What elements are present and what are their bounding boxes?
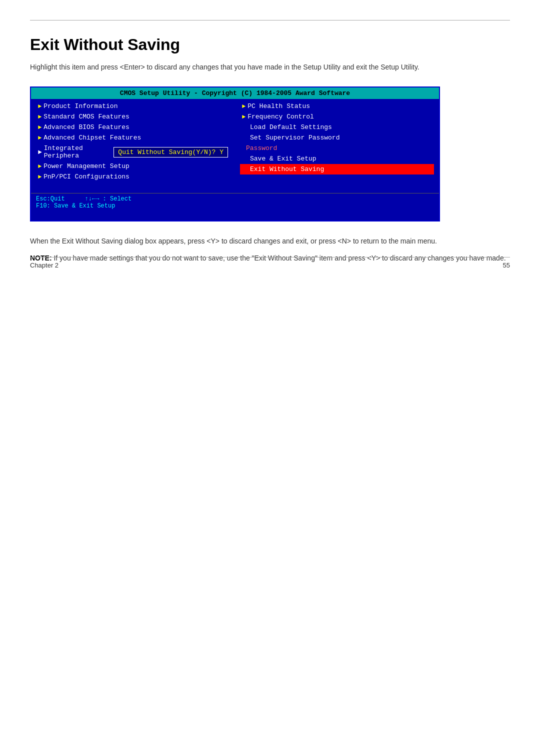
overlay-password-label: Password — [246, 144, 277, 152]
bios-screen: CMOS Setup Utility - Copyright (C) 1984-… — [30, 86, 440, 222]
bios-item-set-supervisor-pwd[interactable]: Set Supervisor Password — [240, 132, 434, 143]
page-footer: Chapter 2 55 — [30, 257, 510, 269]
footer-page-number: 55 — [503, 262, 510, 269]
overlay-left: ► Integrated Periphera — [38, 144, 112, 160]
arrow-icon: ► — [38, 163, 42, 170]
bios-item-pc-health[interactable]: ► PC Health Status — [240, 101, 434, 112]
body-text: When the Exit Without Saving dialog box … — [30, 236, 510, 246]
arrow-icon: ► — [242, 103, 246, 110]
bios-right-col: ► PC Health Status ► Frequency Control L… — [235, 99, 439, 184]
footer-f10: F10: Save & Exit Setup — [36, 202, 115, 210]
bios-item-advanced-chipset[interactable]: ► Advanced Chipset Features — [36, 132, 230, 143]
bios-item-standard-cmos[interactable]: ► Standard CMOS Features — [36, 112, 230, 122]
bios-item-exit-without-saving[interactable]: Exit Without Saving — [240, 164, 434, 174]
arrow-icon: ► — [38, 174, 42, 180]
bios-empty-row — [31, 184, 439, 193]
page-title: Exit Without Saving — [30, 36, 510, 54]
bios-footer-line1: Esc:Quit ↑↓←→ : Select — [36, 196, 434, 202]
top-divider — [30, 20, 510, 20]
bios-footer-line2: F10: Save & Exit Setup — [36, 202, 434, 210]
arrow-icon: ► — [38, 114, 42, 120]
bios-title-bar: CMOS Setup Utility - Copyright (C) 1984-… — [31, 88, 439, 99]
bios-body: ► Product Information ► Standard CMOS Fe… — [31, 99, 439, 184]
arrow-icon: ► — [38, 124, 42, 131]
bios-item-freq-control[interactable]: ► Frequency Control — [240, 112, 434, 122]
footer-select: ↑↓←→ : Select — [85, 196, 132, 202]
bios-overlay-row: ► Integrated Periphera Quit Without Savi… — [36, 143, 230, 161]
bios-bottom-space — [31, 212, 439, 220]
arrow-icon: ► — [38, 103, 42, 110]
intro-text: Highlight this item and press <Enter> to… — [30, 62, 510, 72]
footer-chapter: Chapter 2 — [30, 262, 58, 269]
bios-item-power-mgmt[interactable]: ► Power Management Setup — [36, 161, 230, 172]
bios-footer: Esc:Quit ↑↓←→ : Select F10: Save & Exit … — [31, 193, 439, 212]
bios-item-password-overlay: Password — [240, 143, 434, 154]
footer-esc-quit: Esc:Quit — [36, 196, 65, 202]
bios-item-load-defaults[interactable]: Load Default Settings — [240, 122, 434, 132]
bios-left-col: ► Product Information ► Standard CMOS Fe… — [31, 99, 235, 184]
bios-item-pnp-pci[interactable]: ► PnP/PCI Configurations — [36, 172, 230, 182]
bios-item-save-exit[interactable]: Save & Exit Setup — [240, 154, 434, 164]
bios-item-product-info[interactable]: ► Product Information — [36, 101, 230, 112]
arrow-icon: ► — [38, 148, 42, 156]
arrow-icon: ► — [242, 114, 246, 120]
overlay-dialog: Quit Without Saving(Y/N)? Y — [114, 147, 228, 158]
bios-item-advanced-bios[interactable]: ► Advanced BIOS Features — [36, 122, 230, 132]
arrow-icon: ► — [38, 134, 42, 142]
